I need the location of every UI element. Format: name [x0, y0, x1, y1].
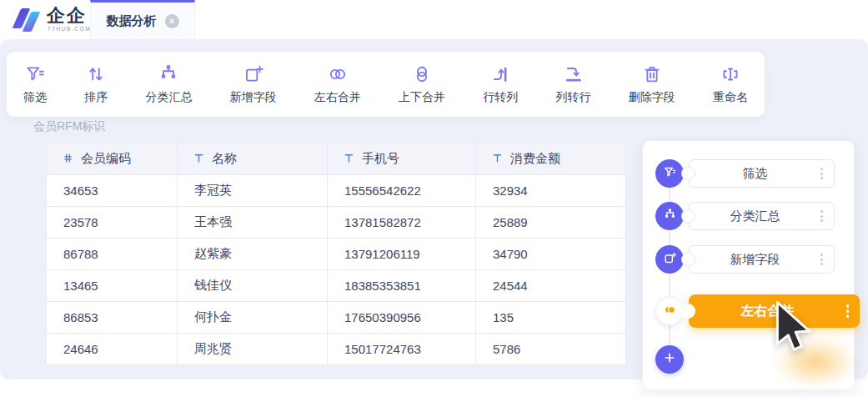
pipeline-step-filter[interactable]: 筛选	[689, 159, 835, 188]
tag-notch	[681, 209, 695, 224]
table-row: 23578 王本强 13781582872 25889	[47, 207, 626, 239]
merge-horizontal-icon	[327, 63, 349, 85]
tag-notch	[680, 304, 695, 319]
cell-member-code: 34653	[47, 175, 178, 207]
top-bar: 企企 77HUB.COM 数据分析 ×	[0, 0, 868, 39]
cell-member-code: 86853	[47, 302, 178, 334]
kebab-menu-icon[interactable]	[820, 168, 834, 179]
cell-member-code: 86788	[47, 239, 178, 270]
tag-notch	[681, 167, 695, 181]
cell-amount: 25889	[476, 207, 626, 239]
toolbar-item-label: 删除字段	[629, 90, 675, 105]
toolbar-item-label: 筛选	[23, 90, 47, 105]
toolbar-item-label: 排序	[84, 90, 108, 105]
column-header-member-code[interactable]: 会员编码	[47, 143, 178, 175]
table-row: 86853 何扑金 17650390956 135	[47, 302, 626, 334]
sort-icon	[85, 63, 107, 85]
cell-phone: 17650390956	[328, 302, 476, 334]
columns-to-rows-icon	[563, 63, 585, 85]
toolbar-item-filter[interactable]: 筛选	[23, 63, 47, 105]
toolbar-item-subtotal[interactable]: 分类汇总	[145, 63, 192, 105]
toolbar-item-label: 行转列	[483, 90, 518, 105]
filter-icon	[24, 63, 46, 85]
toolbar-item-rename[interactable]: 重命名	[713, 63, 748, 105]
logo-subtext: 77HUB.COM	[48, 26, 91, 32]
table-header-row: 会员编码 名称 手机号 消费金额	[47, 143, 626, 175]
add-field-icon	[243, 63, 264, 85]
step-badge-subtotal	[655, 202, 684, 230]
toolbar-item-label: 列转行	[556, 90, 591, 105]
step-label: 新增字段	[690, 252, 820, 268]
merge-horizontal-icon	[662, 302, 678, 321]
column-header-label: 手机号	[362, 151, 399, 167]
pipeline-step-add-field[interactable]: 新增字段	[689, 245, 835, 274]
merge-vertical-icon	[411, 63, 433, 85]
plus-icon	[663, 351, 676, 368]
cell-name: 王本强	[178, 207, 328, 239]
pipeline-step-subtotal[interactable]: 分类汇总	[689, 202, 835, 230]
add-step-button[interactable]	[655, 345, 684, 374]
cell-amount: 32934	[476, 175, 626, 207]
cell-amount: 24544	[476, 270, 626, 302]
toolbar-item-label: 新增字段	[230, 90, 277, 105]
close-icon[interactable]: ×	[165, 14, 179, 28]
dataset-title: 会员RFM标识	[33, 119, 105, 134]
cell-phone: 15017724763	[328, 334, 476, 365]
toolbar-item-label: 分类汇总	[145, 90, 192, 105]
step-badge-filter	[655, 159, 684, 188]
cell-name: 钱佳仪	[178, 270, 328, 302]
column-header-name[interactable]: 名称	[178, 143, 328, 175]
toolbar-item-rows-to-columns[interactable]: 行转列	[483, 63, 518, 105]
text-icon	[193, 152, 205, 167]
toolbar-item-merge-horizontal[interactable]: 左右合并	[314, 63, 361, 105]
mouse-cursor-icon	[768, 297, 813, 362]
toolbar-item-add-field[interactable]: 新增字段	[230, 63, 277, 105]
cell-phone: 13781582872	[328, 207, 476, 239]
subtotal-icon	[158, 63, 179, 85]
kebab-menu-icon[interactable]	[820, 254, 834, 265]
table-row: 86788 赵紫豪 13791206119 34790	[47, 239, 626, 270]
subtotal-icon	[663, 208, 677, 225]
cell-name: 何扑金	[178, 302, 328, 334]
step-badge-merge-horizontal	[655, 297, 684, 325]
column-header-amount[interactable]: 消费金额	[476, 143, 626, 175]
kebab-menu-icon[interactable]	[820, 210, 834, 222]
tab-label: 数据分析	[107, 13, 157, 29]
cell-name: 赵紫豪	[178, 239, 328, 270]
logo-icon	[13, 8, 42, 33]
text-icon	[343, 152, 355, 167]
column-header-phone[interactable]: 手机号	[328, 143, 476, 175]
toolbar-item-label: 重命名	[713, 90, 748, 105]
toolbar-item-label: 上下合并	[399, 90, 445, 105]
cell-phone: 18385353851	[328, 270, 476, 302]
cell-phone: 13791206119	[328, 239, 476, 270]
table-row: 13465 钱佳仪 18385353851 24544	[47, 270, 626, 302]
step-badge-add-field	[655, 245, 684, 274]
rows-to-columns-icon	[489, 63, 511, 85]
cell-member-code: 13465	[47, 270, 178, 302]
tag-notch	[681, 253, 695, 267]
operations-toolbar: 筛选 排序 分类汇总 新增字段	[7, 52, 765, 117]
tab-data-analysis[interactable]: 数据分析 ×	[90, 0, 195, 39]
cell-amount: 34790	[476, 239, 626, 270]
cell-amount: 135	[476, 302, 626, 334]
delete-field-icon	[641, 63, 663, 85]
hash-icon	[62, 152, 74, 167]
cell-name: 周兆贤	[178, 334, 328, 365]
toolbar-item-merge-vertical[interactable]: 上下合并	[399, 63, 445, 105]
step-label: 筛选	[690, 166, 820, 182]
toolbar-item-columns-to-rows[interactable]: 列转行	[556, 63, 591, 105]
data-table: 会员编码 名称 手机号 消费金额 34653 李冠英 155	[46, 143, 626, 365]
toolbar-item-label: 左右合并	[314, 90, 361, 105]
kebab-menu-icon[interactable]	[846, 304, 860, 318]
main-surface: 筛选 排序 分类汇总 新增字段	[0, 39, 868, 379]
cell-phone: 15556542622	[328, 175, 476, 207]
toolbar-item-delete-field[interactable]: 删除字段	[629, 63, 675, 105]
table-row: 34653 李冠英 15556542622 32934	[47, 175, 626, 207]
column-header-label: 消费金额	[510, 151, 560, 167]
cell-amount: 5786	[476, 334, 626, 365]
brand-logo: 企企 77HUB.COM	[13, 6, 91, 33]
step-label: 分类汇总	[690, 209, 820, 224]
column-header-label: 会员编码	[81, 151, 131, 167]
toolbar-item-sort[interactable]: 排序	[84, 63, 108, 105]
